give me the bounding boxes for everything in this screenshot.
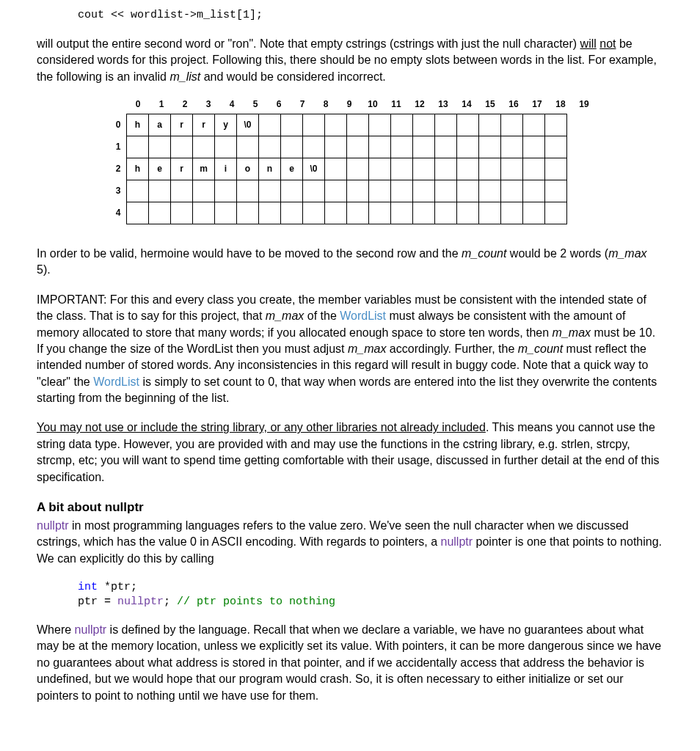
- col-header: 14: [455, 98, 478, 114]
- grid-cell: [544, 202, 567, 224]
- grid-cell: [390, 158, 413, 180]
- grid-cell: [522, 202, 545, 224]
- col-header: 7: [291, 98, 314, 114]
- grid-cell: e: [148, 158, 171, 180]
- grid-cell: [148, 136, 171, 158]
- row-header: 1: [110, 141, 126, 153]
- grid-cell: [434, 114, 457, 136]
- grid-cell: [544, 136, 567, 158]
- row-header: 4: [110, 207, 126, 219]
- text-italic: m_list: [169, 70, 200, 83]
- grid-row: 4: [110, 202, 663, 224]
- section-heading: A bit about nullptr: [37, 499, 663, 516]
- code-line-1: cout << wordlist->m_list[1];: [78, 7, 663, 23]
- classname: WordList: [340, 309, 386, 322]
- col-header: 18: [549, 98, 572, 114]
- grid-cell: h: [126, 158, 149, 180]
- grid-cell: [522, 180, 545, 202]
- grid-cell: [390, 136, 413, 158]
- grid-col-headers: 012345678910111213141516171819: [126, 98, 663, 114]
- col-header: 8: [314, 98, 338, 114]
- grid-cell: [280, 202, 303, 224]
- text: would be 2 words (: [506, 247, 608, 260]
- grid-cell: [478, 114, 501, 136]
- grid-cell: [522, 136, 545, 158]
- grid-cell: [126, 180, 149, 202]
- grid-cell: [390, 180, 413, 202]
- grid-cell: [456, 158, 479, 180]
- col-header: 2: [173, 98, 197, 114]
- grid-cell: [434, 136, 457, 158]
- text: Where: [37, 623, 75, 636]
- text: is defined by the language. Recall that …: [37, 623, 661, 702]
- grid-cell: [434, 180, 457, 202]
- text: ;: [164, 596, 177, 608]
- text: 5).: [37, 263, 51, 276]
- col-header: 12: [408, 98, 431, 114]
- grid-cell: [368, 114, 391, 136]
- grid-cell: [148, 202, 171, 224]
- text-italic: m_max: [553, 326, 591, 339]
- grid-cell: [478, 158, 501, 180]
- grid-cell: [346, 202, 369, 224]
- grid-cell: r: [192, 114, 215, 136]
- paragraph-3: IMPORTANT: For this and every class you …: [37, 292, 663, 407]
- paragraph-1: will output the entire second word or "r…: [37, 36, 663, 85]
- col-header: 3: [197, 98, 220, 114]
- text: and would be considered incorrect.: [200, 70, 386, 83]
- col-header: 5: [244, 98, 267, 114]
- grid-cell: [258, 136, 281, 158]
- code-comment: // ptr points to nothing: [177, 596, 335, 608]
- grid-cell: [214, 136, 237, 158]
- grid-cell: [412, 136, 435, 158]
- grid-cell: [478, 180, 501, 202]
- grid-cell: [478, 136, 501, 158]
- col-header: 19: [572, 98, 596, 114]
- grid-cell: [346, 158, 369, 180]
- grid-cell: [500, 202, 523, 224]
- grid-cell: [324, 202, 347, 224]
- grid-cell: [346, 180, 369, 202]
- col-header: 0: [126, 98, 150, 114]
- paragraph-4: You may not use or include the string li…: [37, 420, 663, 486]
- grid-cell: [324, 180, 347, 202]
- grid-cell: [192, 136, 215, 158]
- keyword-nullptr: nullptr: [441, 535, 473, 548]
- grid-cell: [126, 202, 149, 224]
- grid-cell: [456, 202, 479, 224]
- grid-cell: [214, 180, 237, 202]
- grid-cell: [500, 136, 523, 158]
- text: ptr =: [78, 596, 117, 608]
- grid-cell: [236, 136, 259, 158]
- grid-row: 3: [110, 180, 663, 202]
- grid-row: 1: [110, 136, 663, 158]
- text-italic: m_max: [348, 342, 386, 355]
- code-block: int *ptr; ptr = nullptr; // ptr points t…: [78, 580, 663, 609]
- grid-cell: [368, 180, 391, 202]
- grid-cell: [544, 114, 567, 136]
- col-header: 9: [338, 98, 361, 114]
- grid-cell: [192, 180, 215, 202]
- grid-cell: [214, 202, 237, 224]
- grid-cell: [170, 136, 193, 158]
- grid-cell: [170, 180, 193, 202]
- grid-cell: [390, 202, 413, 224]
- grid-cell: [258, 180, 281, 202]
- grid-cell: [324, 158, 347, 180]
- grid-cell: \0: [302, 158, 325, 180]
- col-header: 4: [220, 98, 244, 114]
- grid-cell: [456, 136, 479, 158]
- text: *ptr;: [98, 581, 137, 593]
- grid-cell: [412, 114, 435, 136]
- grid-cell: [368, 158, 391, 180]
- text: will output the entire second word or "r…: [37, 37, 580, 50]
- grid-cell: [390, 114, 413, 136]
- grid-cell: [236, 202, 259, 224]
- paragraph-6: Where nullptr is defined by the language…: [37, 622, 663, 704]
- grid-cell: i: [214, 158, 237, 180]
- grid-row: 0harry\0: [110, 114, 663, 136]
- grid-cell: r: [170, 114, 193, 136]
- grid-cell: [500, 158, 523, 180]
- grid-cell: h: [126, 114, 149, 136]
- grid-cell: [324, 114, 347, 136]
